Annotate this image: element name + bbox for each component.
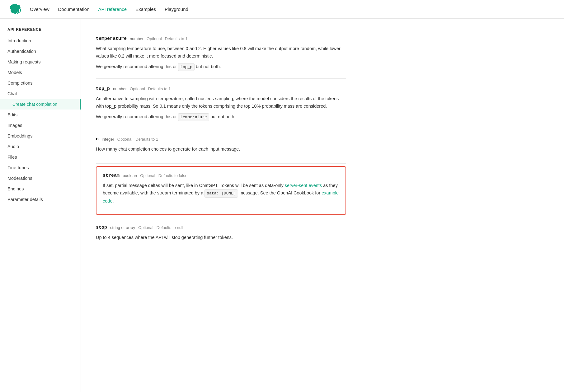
- sidebar-item-making-requests[interactable]: Making requests: [0, 57, 81, 67]
- sidebar-item-images[interactable]: Images: [0, 120, 81, 131]
- nav-item-examples[interactable]: Examples: [135, 7, 156, 12]
- param-default-temperature: Defaults to 1: [165, 36, 188, 41]
- param-header-top_p: top_pnumberOptionalDefaults to 1: [96, 86, 346, 91]
- page-layout: API REFERENCE IntroductionAuthentication…: [0, 19, 564, 277]
- note-code-temperature: top_p: [178, 63, 195, 71]
- param-type-n: integer: [102, 137, 114, 142]
- param-name-top_p: top_p: [96, 86, 110, 91]
- sidebar-item-introduction[interactable]: Introduction: [0, 35, 81, 46]
- param-default-top_p: Defaults to 1: [148, 86, 171, 91]
- param-note-top_p: We generally recommend altering this or …: [96, 113, 346, 121]
- param-header-temperature: temperaturenumberOptionalDefaults to 1: [96, 36, 346, 41]
- param-type-top_p: number: [113, 86, 127, 91]
- param-name-temperature: temperature: [96, 36, 127, 41]
- param-default-stream: Defaults to false: [158, 173, 187, 178]
- sidebar-item-models[interactable]: Models: [0, 67, 81, 78]
- main-nav: OverviewDocumentationAPI referenceExampl…: [30, 7, 188, 12]
- done-code: data: [DONE]: [204, 189, 238, 197]
- sidebar-item-moderations[interactable]: Moderations: [0, 173, 81, 184]
- param-n: nintegerOptionalDefaults to 1How many ch…: [96, 129, 346, 164]
- param-default-n: Defaults to 1: [135, 137, 158, 142]
- sidebar-item-authentication[interactable]: Authentication: [0, 46, 81, 57]
- note-code-top_p: temperature: [178, 113, 209, 121]
- sidebar-item-parameter-details[interactable]: Parameter details: [0, 194, 81, 205]
- param-header-n: nintegerOptionalDefaults to 1: [96, 137, 346, 142]
- param-type-stream: boolean: [123, 173, 137, 178]
- param-stop: stopstring or arrayOptionalDefaults to n…: [96, 217, 346, 252]
- param-desc-n: How many chat completion choices to gene…: [96, 146, 346, 153]
- nav-item-playground[interactable]: Playground: [165, 7, 188, 12]
- param-desc-stop: Up to 4 sequences where the API will sto…: [96, 234, 346, 241]
- param-desc-temperature: What sampling temperature to use, betwee…: [96, 45, 346, 60]
- param-note-temperature: We generally recommend altering this or …: [96, 63, 346, 71]
- param-default-stop: Defaults to null: [157, 225, 183, 230]
- sidebar-item-files[interactable]: Files: [0, 152, 81, 162]
- param-desc-stream: If set, partial message deltas will be s…: [103, 182, 339, 205]
- param-optional-stop: Optional: [138, 225, 153, 230]
- sidebar-item-chat[interactable]: Chat: [0, 88, 81, 99]
- param-top_p: top_pnumberOptionalDefaults to 1An alter…: [96, 79, 346, 129]
- sidebar-section-title: API REFERENCE: [0, 27, 81, 35]
- header: OverviewDocumentationAPI referenceExampl…: [0, 0, 564, 19]
- sidebar-item-create-chat-completion[interactable]: Create chat completion: [0, 99, 81, 110]
- param-type-temperature: number: [130, 36, 143, 41]
- param-optional-top_p: Optional: [130, 86, 145, 91]
- openai-logo[interactable]: [10, 4, 21, 15]
- param-optional-stream: Optional: [140, 173, 155, 178]
- nav-item-api-reference[interactable]: API reference: [98, 7, 127, 12]
- server-sent-events-link[interactable]: server-sent events: [285, 183, 322, 188]
- param-name-stream: stream: [103, 173, 120, 178]
- sidebar-item-fine-tunes[interactable]: Fine-tunes: [0, 162, 81, 173]
- sidebar-item-audio[interactable]: Audio: [0, 141, 81, 152]
- main-content: temperaturenumberOptionalDefaults to 1Wh…: [81, 19, 361, 277]
- nav-item-documentation[interactable]: Documentation: [58, 7, 90, 12]
- param-name-n: n: [96, 137, 99, 142]
- param-temperature: temperaturenumberOptionalDefaults to 1Wh…: [96, 29, 346, 79]
- sidebar-item-completions[interactable]: Completions: [0, 78, 81, 88]
- param-stream: streambooleanOptionalDefaults to falseIf…: [96, 166, 346, 215]
- sidebar: API REFERENCE IntroductionAuthentication…: [0, 19, 81, 277]
- param-type-stop: string or array: [110, 225, 135, 230]
- param-optional-n: Optional: [117, 137, 132, 142]
- param-header-stream: streambooleanOptionalDefaults to false: [103, 173, 339, 178]
- param-optional-temperature: Optional: [147, 36, 162, 41]
- nav-item-overview[interactable]: Overview: [30, 7, 49, 12]
- sidebar-item-edits[interactable]: Edits: [0, 110, 81, 120]
- sidebar-item-embeddings[interactable]: Embeddings: [0, 131, 81, 141]
- param-desc-top_p: An alternative to sampling with temperat…: [96, 95, 346, 110]
- param-header-stop: stopstring or arrayOptionalDefaults to n…: [96, 225, 346, 230]
- sidebar-item-engines[interactable]: Engines: [0, 184, 81, 194]
- param-name-stop: stop: [96, 225, 107, 230]
